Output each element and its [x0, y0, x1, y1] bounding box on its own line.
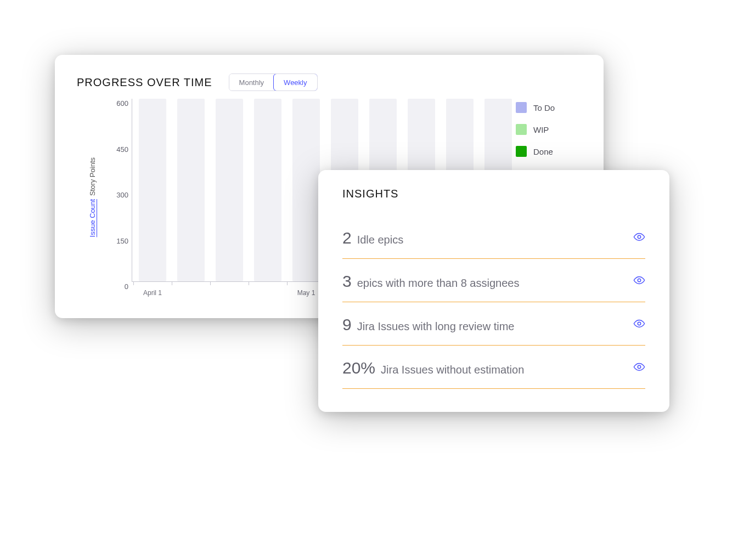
insight-value: 2 — [342, 229, 352, 247]
svg-point-1 — [638, 279, 641, 282]
insight-value: 9 — [342, 315, 352, 334]
bar-background — [216, 99, 243, 281]
insight-text: 2Idle epics — [342, 229, 403, 247]
eye-icon[interactable] — [633, 274, 645, 289]
y-ticks: 0150300450600 — [108, 99, 132, 296]
x-tick-mark — [287, 281, 288, 285]
legend-label: WIP — [533, 125, 549, 134]
insight-label: Idle epics — [357, 234, 404, 246]
legend-label: To Do — [533, 103, 555, 112]
insight-row-0: 2Idle epics — [342, 216, 645, 259]
insights-list: 2Idle epics3epics with more than 8 assig… — [342, 216, 645, 389]
insight-label: epics with more than 8 assignees — [357, 277, 520, 290]
bar-background — [254, 99, 281, 281]
insight-text: 20%Jira Issues without estimation — [342, 359, 524, 377]
svg-point-2 — [638, 322, 641, 325]
legend-item-todo[interactable]: To Do — [516, 102, 582, 113]
legend-swatch — [516, 146, 527, 157]
x-tick-mark — [210, 281, 211, 285]
bar-background — [292, 99, 320, 281]
y-tick-label: 150 — [116, 236, 128, 245]
insight-row-2: 9Jira Issues with long review time — [342, 302, 645, 346]
y-axis-secondary-label: Story Points — [88, 157, 97, 196]
toggle-weekly[interactable]: Weekly — [273, 73, 317, 91]
legend-swatch — [516, 124, 527, 135]
x-tick-mark — [133, 281, 134, 285]
legend-item-wip[interactable]: WIP — [516, 124, 582, 135]
chart-title: PROGRESS OVER TIME — [77, 76, 212, 89]
insight-value: 3 — [342, 272, 352, 291]
legend-item-done[interactable]: Done — [516, 146, 582, 157]
svg-point-3 — [638, 365, 641, 369]
y-tick-label: 450 — [116, 145, 128, 153]
y-tick-label: 0 — [125, 282, 128, 291]
insight-text: 9Jira Issues with long review time — [342, 315, 514, 334]
y-axis-active-label[interactable]: Issue Count — [88, 199, 97, 237]
bar-background — [177, 99, 205, 281]
x-tick-mark — [172, 281, 172, 285]
x-tick-label: April 1 — [143, 289, 162, 297]
insight-label: Jira Issues with long review time — [357, 320, 515, 333]
x-tick-mark — [249, 281, 249, 285]
insight-value: 20% — [342, 359, 375, 377]
x-tick-label: May 1 — [297, 289, 315, 297]
svg-point-0 — [638, 235, 641, 239]
eye-icon[interactable] — [633, 231, 645, 245]
eye-icon[interactable] — [633, 318, 645, 332]
legend-swatch — [516, 102, 527, 113]
insight-label: Jira Issues without estimation — [381, 364, 524, 376]
eye-icon[interactable] — [633, 361, 645, 375]
bar-background — [139, 99, 166, 281]
insight-row-1: 3epics with more than 8 assignees — [342, 259, 645, 302]
period-toggle-group: Monthly Weekly — [229, 73, 318, 91]
y-axis-titles: Story Points Issue Count — [77, 99, 108, 296]
chart-header: PROGRESS OVER TIME Monthly Weekly — [77, 73, 582, 91]
y-tick-label: 600 — [116, 99, 128, 108]
toggle-monthly[interactable]: Monthly — [229, 74, 274, 90]
insights-card: INSIGHTS 2Idle epics3epics with more tha… — [318, 170, 669, 412]
insight-text: 3epics with more than 8 assignees — [342, 272, 519, 291]
y-tick-label: 300 — [116, 191, 128, 199]
legend-label: Done — [533, 147, 553, 156]
insights-title: INSIGHTS — [342, 188, 645, 200]
insight-row-3: 20%Jira Issues without estimation — [342, 346, 645, 389]
